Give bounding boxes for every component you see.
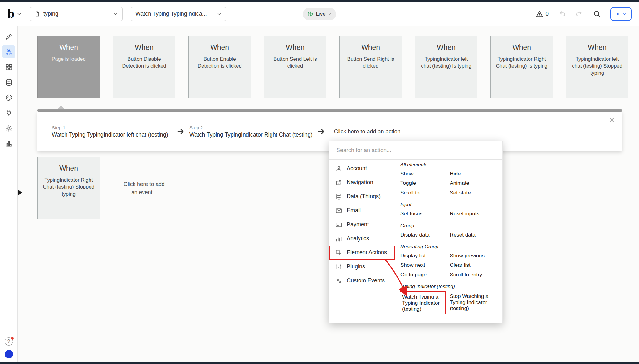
sidebar-item-workflow[interactable] <box>2 45 15 58</box>
page-document-icon <box>34 11 40 17</box>
workflow-step-1[interactable]: Step 1 Watch Typing TypingIndicator left… <box>52 125 172 138</box>
action-category-payment[interactable]: Payment <box>329 218 395 232</box>
action-item-show-previous[interactable]: Show previous <box>449 251 499 261</box>
event-subtitle: TypingIndicator left chat (testing) Stop… <box>571 55 624 76</box>
event-card-typingindicator-left-is-typing[interactable]: When TypingIndicator left chat (testing)… <box>415 36 477 98</box>
action-item-reset-inputs[interactable]: Reset inputs <box>449 209 499 218</box>
action-item-scroll-to-entry[interactable]: Scroll to entry <box>449 270 499 280</box>
environment-selector[interactable]: Live <box>303 8 336 20</box>
bubble-logo-menu[interactable]: b <box>7 8 22 20</box>
action-item-set-state[interactable]: Set state <box>449 188 499 198</box>
action-item-stop-watching[interactable]: Stop Watching a Typing Indicator (testin… <box>449 291 499 314</box>
database-icon <box>335 193 342 200</box>
action-item-toggle[interactable]: Toggle <box>400 179 449 188</box>
action-category-navigation[interactable]: Navigation <box>329 175 395 189</box>
action-search-input[interactable] <box>336 147 497 154</box>
undo-icon[interactable] <box>558 10 566 18</box>
category-label: Data (Things) <box>347 193 381 200</box>
search-icon[interactable] <box>593 10 601 18</box>
bubble-assistant-button[interactable] <box>5 350 13 358</box>
event-subtitle: TypingIndicator Right Chat (testing) Sto… <box>42 176 95 197</box>
plugins-plug-icon <box>5 109 13 117</box>
page-selector-value: typing <box>43 11 58 17</box>
action-item-display-data[interactable]: Display data <box>400 230 449 240</box>
action-item-reset-data[interactable]: Reset data <box>449 230 499 240</box>
action-category-list: Account Navigation Data (Things) Email <box>329 160 395 323</box>
horizontal-scrollbar[interactable] <box>37 109 622 112</box>
action-category-analytics[interactable]: Analytics <box>329 232 395 246</box>
workflow-selector-value: Watch Typing TypingIndica... <box>135 11 207 17</box>
sidebar-item-data[interactable] <box>2 76 15 89</box>
action-category-custom-events[interactable]: Custom Events <box>329 274 395 288</box>
add-action-placeholder[interactable]: Click here to add an action... <box>330 122 409 142</box>
action-menu-body: Account Navigation Data (Things) Email <box>329 160 502 323</box>
preview-run-button[interactable] <box>610 7 632 21</box>
play-icon <box>616 12 620 16</box>
bubble-editor-window: b typing Watch Typing TypingIndica... Li… <box>0 0 639 364</box>
issues-count: 0 <box>546 11 549 17</box>
action-item-show-next[interactable]: Show next <box>400 261 449 270</box>
action-section-all-elements: All elements <box>400 160 499 169</box>
sliders-icon <box>335 263 342 270</box>
sidebar-item-plugins[interactable] <box>2 106 15 119</box>
text-cursor <box>335 146 335 155</box>
issues-indicator[interactable]: 0 <box>535 10 549 18</box>
page-selector-dropdown[interactable]: typing <box>30 7 123 21</box>
category-label: Email <box>347 207 361 214</box>
step-label: Step 2 <box>189 125 313 130</box>
sidebar-item-design[interactable] <box>2 30 15 43</box>
event-title: When <box>118 43 171 52</box>
action-item-set-focus[interactable]: Set focus <box>400 209 449 218</box>
action-item-show[interactable]: Show <box>400 169 449 179</box>
help-button[interactable]: ? <box>5 337 13 346</box>
event-card-typingindicator-left-stopped-typing[interactable]: When TypingIndicator left chat (testing)… <box>566 36 628 98</box>
question-mark-icon: ? <box>7 339 10 344</box>
action-item-animate[interactable]: Animate <box>449 179 499 188</box>
sidebar-item-components[interactable] <box>2 60 15 74</box>
workflow-canvas[interactable]: When Page is loaded When Button Disable … <box>18 26 639 362</box>
warning-triangle-icon <box>535 10 544 18</box>
chevron-down-icon <box>217 12 222 16</box>
action-item-go-to-page[interactable]: Go to page <box>400 270 449 280</box>
event-card-button-enable-detection[interactable]: When Button Enable Detection is clicked <box>188 36 251 98</box>
action-category-element-actions[interactable]: Element Actions <box>329 246 395 260</box>
workflow-step-2[interactable]: Step 2 Watch Typing TypingIndicator Righ… <box>189 125 313 138</box>
action-item-clear-list[interactable]: Clear list <box>449 261 499 270</box>
category-label: Element Actions <box>347 249 387 256</box>
add-event-placeholder[interactable]: Click here to add an event... <box>113 157 175 219</box>
close-icon[interactable] <box>609 117 615 123</box>
account-person-icon <box>335 165 342 172</box>
arrow-right-icon <box>317 128 326 135</box>
event-card-typingindicator-right-stopped-typing[interactable]: When TypingIndicator Right Chat (testing… <box>37 157 100 219</box>
action-section-typing-indicator: Typing Indicator (testing) <box>400 282 499 291</box>
step-text: Watch Typing TypingIndicator Right Chat … <box>189 132 313 138</box>
event-card-button-send-right[interactable]: When Button Send Right is clicked <box>339 36 402 98</box>
chevron-down-icon <box>622 12 627 16</box>
action-item-scroll-to[interactable]: Scroll to <box>400 188 449 198</box>
window-top-stripe <box>0 0 639 2</box>
add-action-menu: Account Navigation Data (Things) Email <box>329 141 503 323</box>
action-category-plugins[interactable]: Plugins <box>329 260 395 274</box>
action-item-hide[interactable]: Hide <box>449 169 499 179</box>
event-card-button-disable-detection[interactable]: When Button Disable Detection is clicked <box>113 36 175 98</box>
sidebar-item-logs[interactable] <box>2 137 15 150</box>
event-card-button-send-left[interactable]: When Button Send Left is clicked <box>264 36 326 98</box>
top-toolbar: b typing Watch Typing TypingIndica... Li… <box>0 2 639 26</box>
workflow-selector-dropdown[interactable]: Watch Typing TypingIndica... <box>131 7 226 21</box>
action-category-email[interactable]: Email <box>329 204 395 218</box>
event-card-typingindicator-right-is-typing[interactable]: When TypingIndicator Right Chat (testing… <box>490 36 553 98</box>
workflow-icon <box>5 48 13 56</box>
action-category-account[interactable]: Account <box>329 161 395 175</box>
gears-icon <box>335 277 342 284</box>
settings-gear-icon <box>5 124 13 132</box>
window-bottom-stripe <box>0 362 639 364</box>
sidebar-expand-handle[interactable] <box>18 190 22 195</box>
components-icon <box>5 63 13 71</box>
event-card-page-loaded[interactable]: When Page is loaded <box>37 36 100 98</box>
action-item-watch-typing[interactable]: Watch Typing a Typing Indicator (testing… <box>400 291 446 314</box>
action-category-data-things[interactable]: Data (Things) <box>329 189 395 204</box>
sidebar-item-styles[interactable] <box>2 91 15 104</box>
redo-icon[interactable] <box>575 10 583 18</box>
sidebar-item-settings[interactable] <box>2 122 15 135</box>
action-item-display-list[interactable]: Display list <box>400 251 449 261</box>
